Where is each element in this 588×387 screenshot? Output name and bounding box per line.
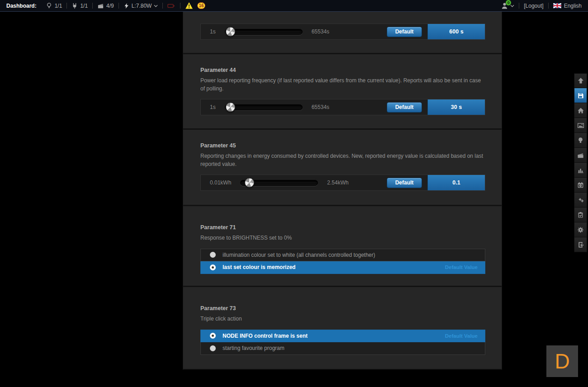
option-label: NODE INFO control frame is sent bbox=[223, 333, 308, 339]
radio-option-group: illumination colour set to white (all ch… bbox=[200, 249, 485, 274]
battery-icon bbox=[167, 2, 175, 9]
radio-option-group: NODE INFO control frame is sent Default … bbox=[200, 330, 485, 355]
language-selector[interactable]: English bbox=[553, 3, 582, 9]
events-calendar-icon bbox=[577, 182, 584, 189]
parameter-section: 1s 65534s Default 600 s bbox=[183, 12, 502, 54]
logout-link[interactable]: [Logout] bbox=[524, 3, 543, 9]
language-label: English bbox=[564, 3, 582, 9]
plugs-status[interactable]: 1/1 bbox=[71, 2, 88, 9]
divider bbox=[162, 3, 163, 9]
default-button[interactable]: Default bbox=[387, 27, 422, 37]
home-button[interactable] bbox=[574, 103, 587, 118]
home-icon bbox=[577, 107, 584, 114]
parameter-description: Power load reporting frequency (if last … bbox=[200, 77, 484, 93]
rooms-picture-icon bbox=[577, 122, 584, 129]
devices-icon bbox=[97, 2, 104, 9]
devices-count: 4/9 bbox=[106, 3, 114, 9]
uk-flag-icon bbox=[553, 3, 561, 8]
slider-max-label: 65534s bbox=[312, 104, 329, 110]
backup-button[interactable] bbox=[574, 208, 587, 222]
slider-track[interactable] bbox=[225, 104, 303, 110]
radio-selected-icon bbox=[210, 333, 216, 339]
lights-count: 1/1 bbox=[55, 3, 62, 9]
devices-status[interactable]: 4/9 bbox=[97, 2, 114, 9]
side-toolbar bbox=[574, 73, 587, 252]
parameter-description: Triple click action bbox=[200, 315, 484, 323]
exit-button[interactable] bbox=[574, 237, 587, 252]
rooms-button[interactable] bbox=[574, 118, 587, 133]
parameter-title: Parameter 73 bbox=[200, 305, 484, 311]
chevron-down-icon bbox=[510, 5, 514, 7]
slider-track[interactable] bbox=[240, 180, 318, 186]
devices-button[interactable] bbox=[574, 133, 587, 148]
slider-min-label: 0.01kWh bbox=[210, 179, 231, 186]
devices-bulb-icon bbox=[577, 137, 584, 144]
default-value-badge: Default Value bbox=[445, 264, 478, 270]
plug-icon bbox=[71, 2, 78, 9]
parameter-value-field[interactable]: 30 s bbox=[427, 99, 485, 115]
arrow-up-icon bbox=[577, 77, 584, 84]
radio-selected-icon bbox=[210, 264, 216, 270]
statistics-button[interactable] bbox=[574, 163, 587, 178]
radio-option[interactable]: starting favourite program bbox=[200, 342, 485, 355]
radio-unselected-icon bbox=[210, 345, 216, 351]
warning-icon bbox=[185, 2, 193, 9]
parameter-value-field[interactable]: 0.1 bbox=[427, 175, 485, 190]
chevron-down-icon bbox=[154, 5, 158, 7]
dashboard-label: Dashboard: bbox=[6, 3, 37, 9]
default-button[interactable]: Default bbox=[387, 102, 422, 113]
brand-logo: D bbox=[546, 345, 578, 377]
alerts-count-badge: 16 bbox=[197, 2, 205, 9]
default-button[interactable]: Default bbox=[387, 178, 422, 188]
slider-knob[interactable] bbox=[245, 178, 254, 188]
slider-row: 1s 65534s Default 600 s bbox=[200, 24, 485, 40]
parameter-title: Parameter 45 bbox=[200, 142, 484, 149]
save-icon bbox=[577, 92, 584, 99]
parameter-description: Reporting changes in energy consumed by … bbox=[200, 152, 484, 168]
slider-track[interactable] bbox=[225, 29, 303, 35]
logo-letter: D bbox=[555, 351, 569, 372]
parameter-value-field[interactable]: 600 s bbox=[427, 24, 485, 39]
parameter-description: Response to BRIGHTNESS set to 0% bbox=[200, 234, 484, 242]
events-button[interactable] bbox=[574, 178, 587, 193]
plugs-count: 1/1 bbox=[80, 3, 88, 9]
parameter-section: Parameter 73 Triple click action NODE IN… bbox=[183, 287, 502, 370]
divider bbox=[66, 3, 67, 9]
plugins-button[interactable] bbox=[574, 193, 587, 208]
divider bbox=[119, 3, 119, 9]
power-value: L:7.80W bbox=[132, 3, 152, 9]
user-count-badge: 0 bbox=[506, 0, 511, 5]
divider bbox=[180, 3, 180, 9]
option-label: last set colour is memorized bbox=[223, 264, 295, 270]
lightning-icon bbox=[123, 2, 129, 9]
scenes-button[interactable] bbox=[574, 148, 587, 163]
power-usage-dropdown[interactable]: L:7.80W bbox=[123, 2, 158, 9]
exit-door-icon bbox=[577, 241, 584, 248]
radio-unselected-icon bbox=[210, 252, 216, 258]
radio-option-selected[interactable]: NODE INFO control frame is sent Default … bbox=[200, 330, 485, 342]
alerts-indicator[interactable]: 16 bbox=[185, 2, 205, 9]
divider bbox=[519, 3, 519, 9]
divider bbox=[548, 3, 549, 9]
slider-knob[interactable] bbox=[226, 103, 235, 112]
option-label: illumination colour set to white (all ch… bbox=[223, 252, 375, 258]
scroll-top-button[interactable] bbox=[574, 73, 587, 88]
settings-button[interactable] bbox=[574, 222, 587, 237]
lights-status[interactable]: 1/1 bbox=[46, 2, 62, 9]
device-parameters-panel: 1s 65534s Default 600 s Parameter 44 Pow… bbox=[183, 12, 502, 370]
statistics-chart-icon bbox=[577, 167, 584, 174]
parameter-title: Parameter 71 bbox=[200, 224, 484, 231]
scenes-clapper-icon bbox=[577, 152, 584, 159]
radio-option-selected[interactable]: last set colour is memorized Default Val… bbox=[200, 261, 485, 274]
parameter-section: Parameter 44 Power load reporting freque… bbox=[183, 54, 502, 130]
slider-min-label: 1s bbox=[210, 28, 216, 35]
settings-gear-icon bbox=[577, 227, 584, 233]
parameter-title: Parameter 44 bbox=[200, 67, 484, 73]
save-button[interactable] bbox=[574, 88, 587, 103]
slider-min-label: 1s bbox=[210, 104, 216, 110]
parameter-section: Parameter 45 Reporting changes in energy… bbox=[183, 130, 502, 206]
slider-row: 1s 65534s Default 30 s bbox=[200, 99, 485, 115]
slider-knob[interactable] bbox=[226, 27, 235, 37]
user-menu[interactable]: 0 bbox=[501, 2, 514, 9]
radio-option[interactable]: illumination colour set to white (all ch… bbox=[200, 249, 485, 261]
